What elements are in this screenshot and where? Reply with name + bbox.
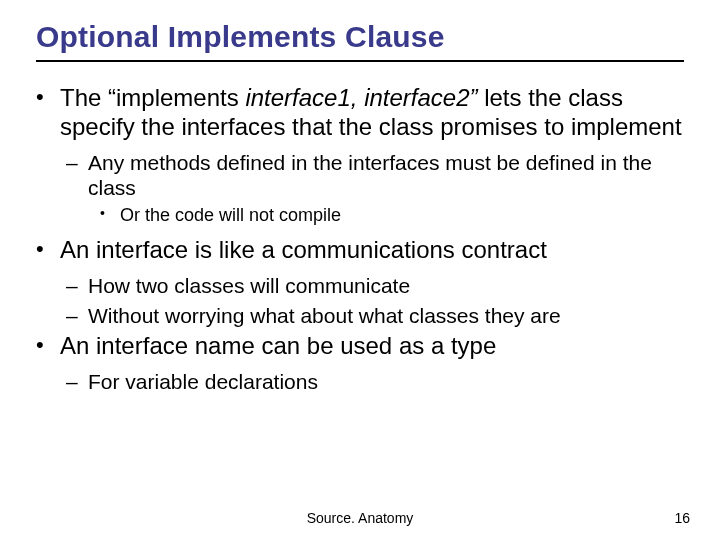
bullet-level2: For variable declarations xyxy=(36,369,684,395)
bullet-text-part: The “implements xyxy=(60,84,245,111)
bullet-level1: An interface is like a communications co… xyxy=(36,236,684,265)
bullet-level2: Any methods defined in the interfaces mu… xyxy=(36,150,684,201)
page-number: 16 xyxy=(674,510,690,526)
bullet-level2: Without worrying what about what classes… xyxy=(36,303,684,329)
bullet-text: Without worrying what about what classes… xyxy=(88,304,561,327)
bullet-level1: The “implements interface1, interface2” … xyxy=(36,84,684,142)
slide-title: Optional Implements Clause xyxy=(36,20,684,62)
slide-body: The “implements interface1, interface2” … xyxy=(36,84,684,395)
bullet-text: How two classes will communicate xyxy=(88,274,410,297)
bullet-text: For variable declarations xyxy=(88,370,318,393)
bullet-text-italic: interface1, interface2” xyxy=(245,84,477,111)
bullet-text: An interface name can be used as a type xyxy=(60,332,496,359)
bullet-text: Any methods defined in the interfaces mu… xyxy=(88,151,652,200)
bullet-text: An interface is like a communications co… xyxy=(60,236,547,263)
bullet-text: Or the code will not compile xyxy=(120,205,341,225)
slide: Optional Implements Clause The “implemen… xyxy=(0,0,720,540)
bullet-level3: Or the code will not compile xyxy=(36,205,684,227)
bullet-level2: How two classes will communicate xyxy=(36,273,684,299)
bullet-level1: An interface name can be used as a type xyxy=(36,332,684,361)
footer-source: Source. Anatomy xyxy=(0,510,720,526)
